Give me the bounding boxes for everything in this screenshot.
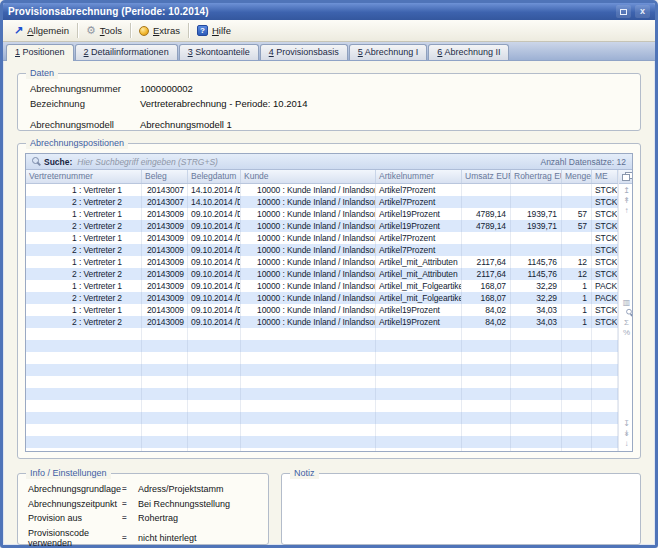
daten-caption: Daten — [26, 67, 58, 79]
row-up-icon[interactable]: ↟ — [623, 196, 630, 205]
cell-rohertrag — [511, 232, 562, 244]
column-header-vertreternummer[interactable]: Vertreternummer — [26, 170, 142, 183]
field-bezeichnung: Bezeichnung Vertreterabrechnung - Period… — [30, 98, 628, 110]
menu-allgemein[interactable]: ↗ Allgemein — [7, 23, 76, 38]
down-icon[interactable]: ↓ — [624, 439, 628, 448]
info-groupbox: Info / Einstellungen Abrechnungsgrundlag… — [17, 473, 269, 545]
table-row[interactable]: 2 : Vertreter 2 20143007 14.10.2014 /Di … — [26, 196, 618, 208]
cell-belegdatum: 09.10.2014 /Do — [188, 220, 241, 232]
menu-extras[interactable]: Extras — [132, 23, 187, 38]
up-icon[interactable]: ↑ — [624, 206, 628, 215]
search-input[interactable]: Hier Suchbegriff eingeben (STRG+S) — [77, 157, 540, 167]
column-header-artikelnummer[interactable]: Artikelnummer — [376, 170, 462, 183]
table-row[interactable]: 1 : Vertreter 1 20143007 14.10.2014 /Di … — [26, 184, 618, 196]
cell-belegdatum: 09.10.2014 /Do — [188, 244, 241, 256]
grid-search-bar[interactable]: Suche: Hier Suchbegriff eingeben (STRG+S… — [26, 154, 632, 170]
cell-me — [592, 436, 618, 448]
cell-me: STCK — [592, 208, 618, 220]
cell-me — [592, 364, 618, 376]
grid-toolstrip: ↥ ↟ ↑ ▥ Σ % ↧ — [618, 170, 632, 451]
table-row[interactable]: 2 : Vertreter 2 20143009 09.10.2014 /Do … — [26, 244, 618, 256]
column-header-me[interactable]: ME — [592, 170, 618, 183]
field-abrechnungsnummer: Abrechnungsnummer 1000000002 — [30, 83, 628, 95]
table-row-empty[interactable] — [26, 328, 618, 340]
column-header-belegdatum[interactable]: Belegdatum — [188, 170, 241, 183]
table-row[interactable]: 1 : Vertreter 1 20143009 09.10.2014 /Do … — [26, 232, 618, 244]
column-header-beleg[interactable]: Beleg — [142, 170, 188, 183]
menu-hilfe[interactable]: ? Hilfe — [190, 23, 238, 38]
cell-umsatz: 4789,14 — [462, 208, 511, 220]
column-header-menge[interactable]: Menge — [562, 170, 592, 183]
tab-skontoanteile[interactable]: 3 Skontoanteile — [179, 44, 259, 60]
tab-detailinformationen[interactable]: 2 Detailinformationen — [75, 44, 178, 60]
notiz-caption: Notiz — [290, 467, 319, 479]
table-row[interactable]: 2 : Vertreter 2 20143009 09.10.2014 /Do … — [26, 220, 618, 232]
column-header-rohertrag[interactable]: Rohertrag EUR — [511, 170, 562, 183]
table-row[interactable]: 1 : Vertreter 1 20143009 09.10.2014 /Do … — [26, 208, 618, 220]
notiz-groupbox[interactable]: Notiz — [281, 473, 641, 545]
table-row[interactable]: 1 : Vertreter 1 20143009 09.10.2014 /Do … — [26, 256, 618, 268]
tab-abrechnung-2[interactable]: 6 Abrechnung II — [428, 44, 509, 60]
table-row[interactable]: 2 : Vertreter 2 20143009 09.10.2014 /Do … — [26, 268, 618, 280]
cell-vertreternummer: 1 : Vertreter 1 — [26, 256, 142, 268]
percent-icon[interactable]: % — [623, 328, 630, 337]
toolbar-separator — [130, 23, 131, 38]
table-row[interactable]: 1 : Vertreter 1 20143009 09.10.2014 /Do … — [26, 304, 618, 316]
table-row-empty[interactable] — [26, 436, 618, 448]
search-tool-icon[interactable] — [626, 308, 628, 315]
toolbar-separator — [188, 23, 189, 38]
cell-vertreternummer: 2 : Vertreter 2 — [26, 220, 142, 232]
cell-kunde: 10000 : Kunde Inland / Inlandsort — [241, 208, 376, 220]
tab-page-positionen: Daten Abrechnungsnummer 1000000002 Bezei… — [3, 61, 655, 544]
table-row-empty[interactable] — [26, 400, 618, 412]
table-row-empty[interactable] — [26, 412, 618, 424]
cell-artikelnummer: Artikel_mit_Attributen — [376, 256, 462, 268]
equals-icon: = — [122, 513, 138, 523]
cell-me: STCK — [592, 316, 618, 328]
column-header-umsatz[interactable]: Umsatz EUR — [462, 170, 511, 183]
menu-tools[interactable]: ⚙ Tools — [79, 23, 129, 38]
scroll-top-icon[interactable]: ↥ — [623, 186, 630, 195]
cell-vertreternummer — [26, 400, 142, 412]
table-row-empty[interactable] — [26, 448, 618, 451]
column-header-kunde[interactable]: Kunde — [241, 170, 376, 183]
cell-beleg — [142, 424, 188, 436]
table-row[interactable]: 1 : Vertreter 1 20143009 09.10.2014 /Do … — [26, 280, 618, 292]
cell-rohertrag — [511, 196, 562, 208]
sum-icon[interactable]: Σ — [624, 318, 629, 327]
cell-vertreternummer: 1 : Vertreter 1 — [26, 184, 142, 196]
cell-menge: 12 — [562, 256, 592, 268]
cell-beleg: 20143007 — [142, 196, 188, 208]
cell-artikelnummer — [376, 448, 462, 451]
table-row-empty[interactable] — [26, 364, 618, 376]
scroll-bottom-icon[interactable]: ↧ — [623, 419, 630, 428]
select-columns-button[interactable] — [619, 170, 632, 184]
table-row-empty[interactable] — [26, 424, 618, 436]
info-caption: Info / Einstellungen — [26, 467, 111, 479]
cell-artikelnummer — [376, 328, 462, 340]
cell-menge — [562, 424, 592, 436]
cell-beleg: 20143009 — [142, 256, 188, 268]
cell-kunde — [241, 412, 376, 424]
table-row-empty[interactable] — [26, 376, 618, 388]
table-row-empty[interactable] — [26, 340, 618, 352]
columns-icon[interactable]: ▥ — [623, 298, 631, 307]
tab-positionen[interactable]: 1 Positionen — [6, 44, 74, 61]
table-row-empty[interactable] — [26, 388, 618, 400]
tab-provisionsbasis[interactable]: 4 Provisionsbasis — [260, 44, 348, 60]
cell-menge: 57 — [562, 208, 592, 220]
table-row-empty[interactable] — [26, 352, 618, 364]
cell-vertreternummer — [26, 388, 142, 400]
table-row[interactable]: 2 : Vertreter 2 20143009 09.10.2014 /Do … — [26, 316, 618, 328]
restore-button[interactable] — [616, 5, 631, 18]
cell-beleg: 20143009 — [142, 268, 188, 280]
cell-menge: 1 — [562, 280, 592, 292]
tab-abrechnung-1[interactable]: 5 Abrechnung I — [349, 44, 428, 60]
search-label: Suche: — [44, 157, 72, 167]
table-row[interactable]: 2 : Vertreter 2 20143009 09.10.2014 /Do … — [26, 292, 618, 304]
row-down-icon[interactable]: ↡ — [623, 429, 630, 438]
cell-artikelnummer — [376, 364, 462, 376]
cell-me: PACK — [592, 292, 618, 304]
close-button[interactable]: x — [635, 5, 650, 18]
cell-kunde: 10000 : Kunde Inland / Inlandsort — [241, 292, 376, 304]
